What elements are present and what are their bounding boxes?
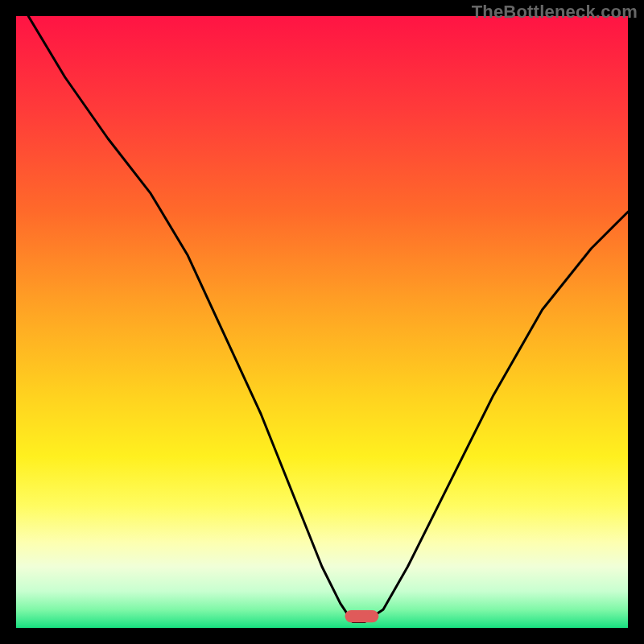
optimal-marker xyxy=(345,610,379,622)
watermark-text: TheBottleneck.com xyxy=(472,2,638,23)
plot-area xyxy=(16,16,628,628)
bottleneck-chart-svg xyxy=(16,16,628,628)
chart-frame: TheBottleneck.com xyxy=(0,0,644,644)
